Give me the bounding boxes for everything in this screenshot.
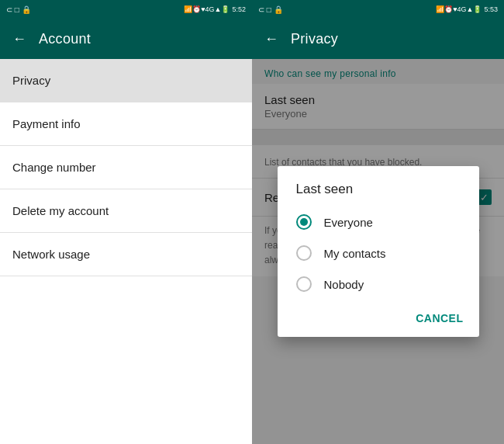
right-panel: ⊂ □ 🔒 📶⏰♥4G▲🔋 5:53 ← Privacy Who can see… [252,0,504,444]
left-status-time: 5:52 [232,5,246,13]
right-status-right: 📶⏰♥4G▲🔋 5:53 [436,5,498,13]
radio-option-everyone[interactable]: Everyone [278,206,479,238]
radio-option-my-contacts[interactable]: My contacts [278,238,479,269]
menu-item-network-usage[interactable]: Network usage [0,233,252,276]
dialog-overlay: Last seen Everyone My contacts Nobody [252,59,504,444]
right-status-icons: ⊂ □ 🔒 [258,5,283,14]
radio-my-contacts-label: My contacts [324,247,386,260]
left-status-right: 📶⏰♥4G▲🔋 5:52 [184,5,246,13]
radio-my-contacts-circle[interactable] [296,245,312,261]
left-status-network: 📶⏰♥4G▲🔋 [184,5,230,13]
menu-item-delete-account[interactable]: Delete my account [0,189,252,233]
privacy-content: Who can see my personal info Last seen E… [252,59,504,444]
radio-everyone-circle[interactable] [296,214,312,230]
right-toolbar-title: Privacy [291,31,338,47]
cancel-button[interactable]: CANCEL [406,306,472,331]
left-status-bar: ⊂ □ 🔒 📶⏰♥4G▲🔋 5:52 [0,0,252,19]
left-panel: ⊂ □ 🔒 📶⏰♥4G▲🔋 5:52 ← Account Privacy Pay… [0,0,252,444]
right-status-network: 📶⏰♥4G▲🔋 [436,5,482,13]
last-seen-dialog: Last seen Everyone My contacts Nobody [278,166,479,337]
menu-item-payment[interactable]: Payment info [0,102,252,146]
menu-item-network-usage-label: Network usage [12,248,90,261]
right-back-button[interactable]: ← [264,31,278,47]
right-status-left: ⊂ □ 🔒 [258,5,283,14]
radio-everyone-label: Everyone [324,216,373,229]
menu-item-change-number-label: Change number [12,161,96,174]
menu-item-delete-account-label: Delete my account [12,204,109,217]
left-toolbar-title: Account [39,31,91,47]
dialog-title: Last seen [278,166,479,206]
radio-everyone-inner [300,218,308,226]
right-toolbar: ← Privacy [252,19,504,59]
menu-item-privacy[interactable]: Privacy [0,59,252,102]
account-menu-list: Privacy Payment info Change number Delet… [0,59,252,444]
radio-nobody-circle[interactable] [296,276,312,292]
menu-item-payment-label: Payment info [12,117,81,130]
left-toolbar: ← Account [0,19,252,59]
radio-nobody-label: Nobody [324,278,364,291]
menu-item-change-number[interactable]: Change number [0,146,252,189]
right-status-bar: ⊂ □ 🔒 📶⏰♥4G▲🔋 5:53 [252,0,504,19]
left-status-icons: ⊂ □ 🔒 [6,5,31,14]
dialog-actions: CANCEL [278,300,479,337]
menu-item-privacy-label: Privacy [12,74,50,87]
left-status-left: ⊂ □ 🔒 [6,5,31,14]
left-back-button[interactable]: ← [12,31,26,47]
right-status-time: 5:53 [484,5,498,13]
radio-option-nobody[interactable]: Nobody [278,269,479,300]
